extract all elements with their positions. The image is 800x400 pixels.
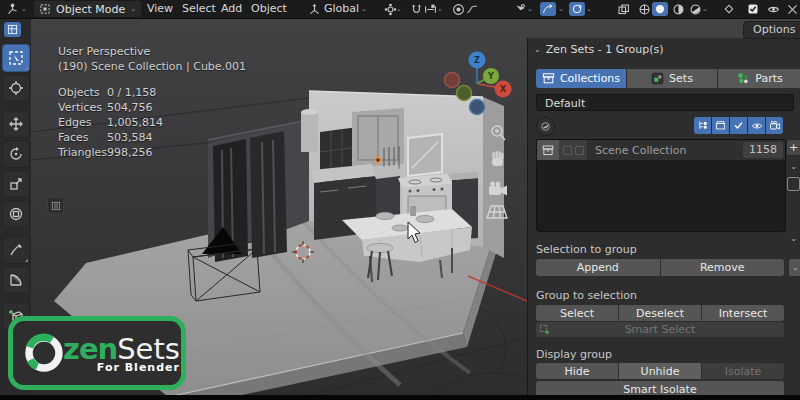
group-menu-chevron-icon[interactable]: ⌄ bbox=[790, 162, 797, 171]
checkbox-icon[interactable] bbox=[745, 2, 761, 16]
row-name: Scene Collection bbox=[587, 144, 743, 157]
options-button[interactable]: Options bbox=[743, 21, 800, 39]
shading-rendered-icon[interactable] bbox=[687, 2, 703, 16]
gizmo-neg-x[interactable] bbox=[445, 73, 460, 88]
groups-list: Scene Collection 1158 ▶ ∷∷ bbox=[536, 139, 786, 232]
chevron-down-icon[interactable]: ⌄ bbox=[396, 0, 402, 18]
gizmos-toggle-icon[interactable] bbox=[540, 2, 556, 16]
render-toggle-icon[interactable] bbox=[766, 117, 783, 134]
chevron-down-icon[interactable]: ⌄ bbox=[21, 0, 27, 18]
chevron-down-icon[interactable]: ⌄ bbox=[586, 0, 592, 18]
shading-solid-icon[interactable] bbox=[652, 2, 668, 16]
row-ghost-toggles bbox=[559, 140, 587, 160]
display-group-row: Hide Unhide Isolate bbox=[536, 363, 784, 379]
gizmo-x-label: X bbox=[500, 85, 507, 94]
panel-collapse-icon[interactable]: ⌄ bbox=[534, 45, 541, 54]
group-selector[interactable]: Default bbox=[536, 94, 794, 111]
stat-faces: Faces503,584 bbox=[58, 130, 246, 145]
gizmo-neg-y[interactable] bbox=[457, 86, 472, 101]
menu-add[interactable]: Add bbox=[216, 0, 247, 18]
eye-icon[interactable] bbox=[765, 2, 781, 16]
tool-rotate[interactable] bbox=[2, 140, 30, 168]
smart-select-button[interactable]: Smart Select bbox=[536, 322, 784, 337]
group-to-selection-row: Select Deselect Intersect bbox=[536, 305, 784, 321]
falloff-curve-icon[interactable] bbox=[464, 2, 480, 16]
logo-subtitle: For Blender bbox=[97, 361, 180, 374]
chevron-down-icon[interactable]: ⌄ bbox=[527, 0, 533, 18]
bottom-edge bbox=[0, 395, 800, 400]
deselect-button[interactable]: Deselect bbox=[619, 305, 701, 321]
list-options-chevron-icon[interactable]: ⌄ bbox=[790, 234, 797, 243]
unhide-button[interactable]: Unhide bbox=[619, 363, 701, 379]
hierarchy-toggle-icon[interactable] bbox=[694, 117, 711, 134]
overlays-toggle-icon[interactable] bbox=[569, 2, 585, 16]
isolate-button[interactable]: Isolate bbox=[702, 363, 784, 379]
display-mode-icon[interactable] bbox=[536, 117, 555, 136]
show-gizmo-icon[interactable] bbox=[512, 2, 528, 16]
pan-hand-icon[interactable] bbox=[492, 151, 503, 166]
zen-sets-panel: ⌄ Zen Sets - 1 Group(s) Collections Sets… bbox=[527, 38, 800, 400]
menu-select[interactable]: Select bbox=[177, 0, 221, 18]
transform-orientation-icon[interactable] bbox=[306, 2, 322, 16]
append-options-chevron-icon[interactable]: ⌄ bbox=[789, 259, 800, 276]
remove-button[interactable]: Remove bbox=[661, 259, 785, 276]
tab-sets[interactable]: Sets bbox=[627, 69, 717, 88]
stat-triangles: Triangles998,256 bbox=[58, 145, 246, 160]
tab-parts[interactable]: Parts bbox=[718, 69, 800, 88]
tool-move[interactable] bbox=[2, 110, 30, 138]
zen-sets-logo-mark bbox=[21, 330, 67, 376]
top-header-bar: ⌄ Object Mode ⌄ View Select Add Object G… bbox=[0, 0, 800, 19]
select-button[interactable]: Select bbox=[536, 305, 618, 321]
panel-title: Zen Sets - 1 Group(s) bbox=[546, 43, 664, 56]
menu-object[interactable]: Object bbox=[246, 0, 292, 18]
tool-transform[interactable] bbox=[2, 200, 30, 228]
snap-target-icon[interactable] bbox=[422, 2, 438, 16]
selection-to-group-label: Selection to group bbox=[536, 243, 637, 256]
editor-type-icon[interactable] bbox=[4, 2, 20, 16]
mode-dropdown[interactable]: Object Mode ⌄ bbox=[34, 1, 141, 17]
tool-cursor[interactable] bbox=[2, 74, 30, 102]
menu-view[interactable]: View bbox=[142, 0, 178, 18]
gizmo-y-label: Y bbox=[487, 72, 494, 81]
group-type-tabs: Collections Sets Parts bbox=[536, 69, 800, 88]
display-group-label: Display group bbox=[536, 348, 612, 361]
list-filter-toggles bbox=[694, 117, 783, 134]
xray-toggle-icon[interactable] bbox=[615, 2, 631, 16]
stat-vertices: Vertices504,756 bbox=[58, 100, 246, 115]
perspective-label: User Perspective bbox=[58, 44, 246, 59]
shading-material-icon[interactable] bbox=[670, 2, 686, 16]
list-row-scene-collection[interactable]: Scene Collection 1158 bbox=[537, 140, 785, 161]
add-group-button[interactable]: + bbox=[786, 139, 800, 156]
clipped-icon[interactable] bbox=[784, 2, 800, 16]
blender-window: Z Y X bbox=[0, 0, 800, 400]
chevron-down-icon[interactable]: ⌄ bbox=[558, 0, 564, 18]
visibility-toggle-icon[interactable] bbox=[748, 117, 765, 134]
collapsed-operator-panel-icon[interactable] bbox=[47, 197, 64, 214]
duplicate-group-icon[interactable] bbox=[787, 177, 800, 191]
tool-select-box[interactable] bbox=[2, 44, 30, 72]
intersect-button[interactable]: Intersect bbox=[702, 305, 784, 321]
shading-wireframe-icon[interactable] bbox=[636, 2, 652, 16]
selection-to-group-row: Append Remove bbox=[536, 259, 784, 276]
checkbox-toggle-icon[interactable] bbox=[730, 117, 747, 134]
orientation-label[interactable]: Global bbox=[324, 0, 359, 18]
tool-annotate[interactable] bbox=[2, 236, 30, 264]
gizmo-neg-z[interactable] bbox=[470, 100, 485, 115]
chevron-down-icon[interactable]: ⌄ bbox=[702, 0, 708, 18]
mode-label: Object Mode bbox=[56, 3, 125, 16]
row-count-badge: 1158 bbox=[743, 142, 783, 158]
collection-toggle-icon[interactable] bbox=[712, 117, 729, 134]
viewport-editor-type-button[interactable] bbox=[4, 22, 21, 37]
tool-measure[interactable] bbox=[2, 266, 30, 294]
zen-sets-logo: zen Sets For Blender bbox=[8, 316, 186, 390]
tool-scale[interactable] bbox=[2, 170, 30, 198]
group-to-selection-label: Group to selection bbox=[536, 289, 637, 302]
chevron-down-icon[interactable]: ⌄ bbox=[361, 0, 367, 18]
append-button[interactable]: Append bbox=[536, 259, 660, 276]
diamond-icon[interactable] bbox=[721, 2, 737, 16]
stat-objects: Objects0 / 1,158 bbox=[58, 85, 246, 100]
chevron-down-icon[interactable]: ⌄ bbox=[437, 0, 443, 18]
hide-button[interactable]: Hide bbox=[536, 363, 618, 379]
tab-collections[interactable]: Collections bbox=[536, 69, 626, 88]
collection-icon bbox=[537, 140, 559, 160]
